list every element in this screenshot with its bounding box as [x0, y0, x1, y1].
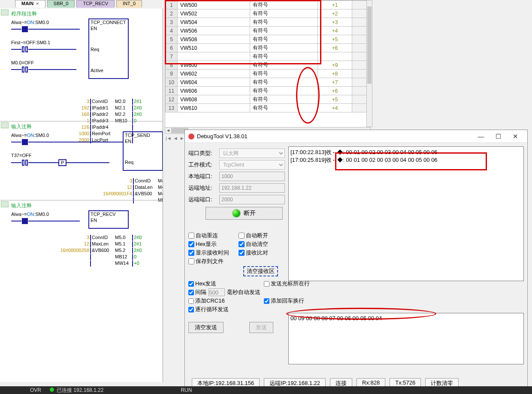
table-row[interactable]: 13 VW610 有符号 +4 — [166, 104, 370, 112]
table-row[interactable]: 7 有符号 — [166, 52, 370, 61]
watch-address[interactable]: VW502 — [178, 9, 250, 18]
connection-dot-icon — [50, 388, 54, 392]
watch-type[interactable]: 有符号 — [250, 95, 317, 104]
table-row[interactable]: 6 VW510 有符号 +6 — [166, 44, 370, 52]
titlebar[interactable]: DebugTool V1.38.01 — ☐ ✕ — [185, 130, 527, 143]
watch-address[interactable] — [178, 52, 250, 61]
watch-address[interactable]: VW606 — [178, 87, 250, 95]
contact-sm00[interactable]: Alwa~=ON:SM0.0 — [11, 133, 123, 138]
watch-type[interactable]: 有符号 — [250, 61, 317, 70]
watch-address[interactable]: VW608 — [178, 95, 250, 104]
watch-type[interactable]: 有符号 — [250, 52, 317, 61]
clear-rx-button[interactable]: 清空接收区 — [243, 266, 278, 276]
table-row[interactable]: 3 VW504 有符号 +3 — [166, 18, 370, 27]
edge-p[interactable]: P — [58, 159, 66, 166]
cb-interval[interactable]: 间隔毫秒自动发送 — [188, 288, 260, 296]
ladder-editor[interactable]: 程序段注释 Alwa~=ON:SM0.0 First~=OFF:SM0.1 M0… — [0, 9, 163, 382]
watch-address[interactable]: VW500 — [178, 1, 250, 9]
contact-t37[interactable]: T37=OFF — [11, 153, 123, 158]
watch-vscroll[interactable] — [366, 0, 372, 127]
watch-address[interactable]: VW506 — [178, 27, 250, 35]
cb-hexshow[interactable]: Hex显示 — [188, 240, 235, 248]
watch-type[interactable]: 有符号 — [250, 27, 317, 35]
remote-addr-input[interactable] — [219, 183, 285, 193]
segment-marker[interactable] — [1, 122, 9, 128]
disconnect-button[interactable]: 断开 — [206, 207, 283, 220]
cb-showtime[interactable]: 显示接收时间 — [188, 249, 235, 257]
tab-main[interactable]: MAIN× — [15, 0, 45, 8]
watch-type[interactable]: 有符号 — [250, 44, 317, 52]
status-run: RUN — [181, 387, 192, 393]
segment-marker[interactable] — [1, 9, 9, 15]
close-button[interactable]: ✕ — [507, 133, 524, 140]
tab-int[interactable]: INT_0 — [116, 0, 142, 8]
contact-m00[interactable]: M0.0=OFF — [11, 60, 88, 65]
watch-address[interactable]: VW604 — [178, 78, 250, 87]
work-mode-select[interactable]: TcpClient — [219, 160, 285, 170]
watch-address[interactable]: VW602 — [178, 70, 250, 78]
table-row[interactable]: 12 VW608 有符号 +5 — [166, 95, 370, 104]
cb-autoreconn[interactable]: 自动重连 — [188, 232, 235, 239]
watch-value: +6 — [318, 44, 352, 52]
contact-sm00[interactable]: Alwa~=ON:SM0.0 — [11, 20, 88, 25]
fb-tcp-send[interactable]: TCP_SEND EN Req 3 ConnIDM4.02#0 12 DataL… — [123, 131, 163, 171]
cb-rxcompare[interactable]: 接收比对 — [239, 249, 285, 257]
maximize-button[interactable]: ☐ — [490, 133, 507, 140]
remote-port-input[interactable] — [219, 195, 285, 204]
fb-tcp-recv[interactable]: TCP_RECV EN 3 ConnIDM5.02#0 12 MaxLenM5.… — [88, 210, 129, 229]
watch-address[interactable]: VW600 — [178, 61, 250, 70]
fb-pin: 192 IPaddr1M2.12#0 — [54, 105, 146, 111]
row-number: 6 — [166, 44, 178, 52]
status-led-icon — [233, 209, 240, 217]
fb-tcp-connect[interactable]: TCP_CONNECT EN Req Active 3 ConnIDM2.02#… — [88, 18, 129, 79]
watch-type[interactable]: 有符号 — [250, 78, 317, 87]
table-row[interactable]: 5 VW508 有符号 +5 — [166, 35, 370, 44]
local-port-label: 本地端口: — [188, 173, 219, 180]
rx-textarea[interactable]: [17:00:22.813]收←◆: 00 01 00 02 00 03 00 … — [288, 146, 524, 281]
watch-address[interactable]: VW610 — [178, 104, 250, 112]
watch-table[interactable]: 1 VW500 有符号 +1 2 VW502 有符号 +2 3 VW504 有符… — [165, 0, 371, 129]
tab-tcp-recv[interactable]: TCP_RECV — [76, 0, 115, 8]
send-button[interactable]: 发送 — [249, 322, 273, 333]
table-row[interactable]: 4 VW506 有符号 +4 — [166, 27, 370, 35]
table-row[interactable]: 1 VW500 有符号 +1 — [166, 1, 370, 9]
fb-pin: 168 IPaddr2M2.22#0 — [54, 111, 146, 118]
watch-type[interactable]: 有符号 — [250, 70, 317, 78]
tx-textarea[interactable]: 00 09 00 08 00 07 00 06 00 05 00 04 — [288, 313, 524, 364]
tab-sbr[interactable]: SBR_0 — [47, 0, 75, 8]
row-number: 12 — [166, 95, 178, 104]
watch-type[interactable]: 有符号 — [250, 35, 317, 44]
minimize-button[interactable]: — — [472, 133, 490, 140]
close-icon[interactable]: × — [36, 1, 39, 6]
watch-value: +5 — [318, 95, 352, 104]
table-row[interactable]: 8 VW600 有符号 +9 — [166, 61, 370, 70]
cb-hexsend[interactable]: Hex发送 — [188, 280, 260, 288]
cb-addcrc[interactable]: 添加CRC16 — [188, 297, 260, 305]
watch-type[interactable]: 有符号 — [250, 1, 317, 9]
contact-sm00[interactable]: Alwa~=ON:SM0.0 — [11, 212, 88, 217]
remote-addr-label: 远端地址: — [188, 184, 219, 192]
cb-autodisc[interactable]: 自动断开 — [239, 232, 285, 239]
contact-sm01[interactable]: First~=OFF:SM0.1 — [11, 40, 88, 45]
table-row[interactable]: 11 VW606 有符号 +6 — [166, 87, 370, 95]
watch-type[interactable]: 有符号 — [250, 9, 317, 18]
local-port-input[interactable] — [219, 172, 285, 181]
debugtool-window[interactable]: DebugTool V1.38.01 — ☐ ✕ 端口类型:以太网 工作模式:T… — [184, 130, 528, 391]
cb-loop[interactable]: 逐行循环发送 — [188, 306, 260, 313]
table-row[interactable]: 10 VW604 有符号 +7 — [166, 78, 370, 87]
watch-address[interactable]: VW504 — [178, 18, 250, 27]
watch-type[interactable]: 有符号 — [250, 87, 317, 95]
cb-savefile[interactable]: 保存到文件 — [188, 258, 235, 265]
watch-value: +4 — [318, 27, 352, 35]
watch-address[interactable]: VW508 — [178, 35, 250, 44]
watch-type[interactable]: 有符号 — [250, 104, 317, 112]
watch-address[interactable]: VW510 — [178, 44, 250, 52]
cb-autoclear[interactable]: 自动清空 — [239, 240, 285, 248]
clear-tx-button[interactable]: 清空发送 — [188, 322, 224, 333]
interval-input[interactable] — [209, 288, 225, 296]
port-type-select[interactable]: 以太网 — [219, 149, 285, 158]
table-row[interactable]: 2 VW502 有符号 +2 — [166, 9, 370, 18]
table-row[interactable]: 9 VW602 有符号 +8 — [166, 70, 370, 78]
segment-marker[interactable] — [1, 201, 9, 207]
watch-type[interactable]: 有符号 — [250, 18, 317, 27]
